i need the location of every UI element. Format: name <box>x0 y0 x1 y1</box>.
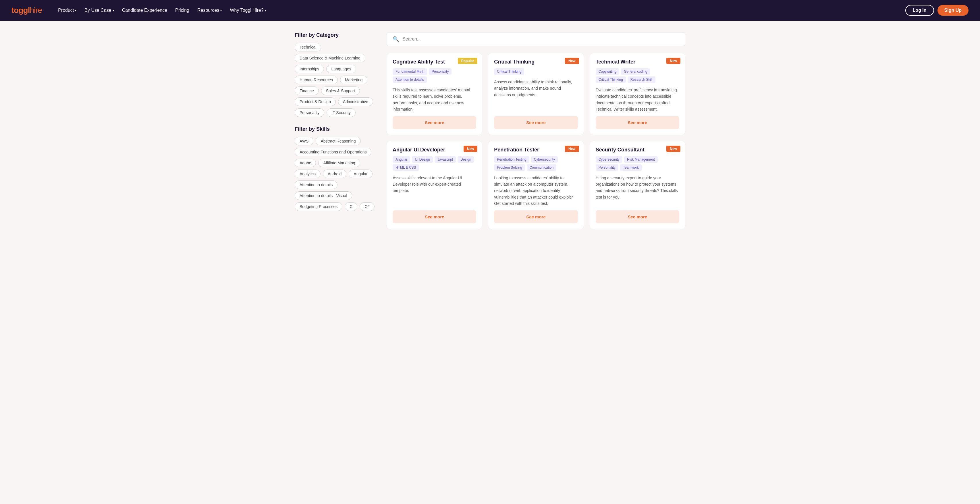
category-tag[interactable]: IT Security <box>326 108 356 117</box>
card-tags: Critical Thinking <box>494 69 578 75</box>
card-tags: CybersecurityRisk ManagementPersonalityT… <box>596 156 679 171</box>
card-tag: Personality <box>429 69 452 75</box>
category-tag[interactable]: Personality <box>295 108 324 117</box>
card-tag: General coding <box>621 69 650 75</box>
card-footer: See more <box>590 211 685 229</box>
card-tag: Risk Management <box>624 156 658 163</box>
skill-tag[interactable]: Affiliate Marketing <box>318 159 360 167</box>
see-more-button[interactable]: See more <box>596 211 679 223</box>
card-description: Looking to assess candidates' ability to… <box>494 175 578 207</box>
card-tag: Javascript <box>434 156 456 163</box>
category-tag[interactable]: Finance <box>295 86 319 95</box>
card-tag: Fundamental Math <box>393 69 427 75</box>
card-body: Popular Cognitive Ability Test Fundament… <box>387 53 482 116</box>
sidebar: Filter by Category TechnicalData Science… <box>295 32 375 229</box>
logo-toggl: toggl <box>11 6 30 15</box>
nav-resources[interactable]: Resources ▾ <box>197 8 222 13</box>
category-tag[interactable]: Sales & Support <box>321 86 360 95</box>
chevron-down-icon: ▾ <box>220 9 222 12</box>
skill-tag[interactable]: C <box>345 202 357 211</box>
skill-tag[interactable]: Analytics <box>295 169 321 178</box>
card-tag: Penetration Testing <box>494 156 529 163</box>
nav-links: Product ▾ By Use Case ▾ Candidate Experi… <box>58 8 896 13</box>
search-icon: 🔍 <box>393 36 399 42</box>
card-footer: See more <box>387 116 482 135</box>
card-badge: New <box>464 146 478 152</box>
card-tag: Critical Thinking <box>494 69 524 75</box>
card-tag: Design <box>458 156 474 163</box>
signup-button[interactable]: Sign Up <box>937 5 969 16</box>
chevron-down-icon: ▾ <box>75 9 76 12</box>
skill-tag[interactable]: Attention to details - Visual <box>295 191 352 200</box>
skill-tag[interactable]: Angular <box>349 169 372 178</box>
category-tag[interactable]: Technical <box>295 43 321 51</box>
card-description: Hiring a security expert to guide your o… <box>596 175 679 201</box>
nav-candidate-experience[interactable]: Candidate Experience <box>122 8 167 13</box>
category-tag[interactable]: Product & Design <box>295 97 336 106</box>
card-badge: New <box>565 146 579 152</box>
category-tag[interactable]: Administrative <box>338 97 373 106</box>
category-tag[interactable]: Human Resources <box>295 76 338 84</box>
page-layout: Filter by Category TechnicalData Science… <box>289 21 691 241</box>
card-badge: New <box>667 58 681 64</box>
card-footer: See more <box>590 116 685 135</box>
filter-by-category: Filter by Category TechnicalData Science… <box>295 32 375 117</box>
skill-tag[interactable]: C# <box>360 202 374 211</box>
see-more-button[interactable]: See more <box>596 116 679 129</box>
card-description: This skills test assesses candidates' me… <box>393 87 476 113</box>
card-badge: Popular <box>458 58 478 64</box>
card-footer: See more <box>488 116 583 135</box>
nav-pricing[interactable]: Pricing <box>175 8 189 13</box>
nav-by-use-case[interactable]: By Use Case ▾ <box>84 8 114 13</box>
nav-actions: Log In Sign Up <box>905 5 969 16</box>
skills-tag-group: AWSAbstract ReasoningAccounting Function… <box>295 137 375 212</box>
card-penetration-tester: New Penetration Tester Penetration Testi… <box>488 141 584 229</box>
skill-tag[interactable]: Budgeting Processes <box>295 202 342 211</box>
card-tag: Communication <box>527 164 556 171</box>
navbar: toggl hire Product ▾ By Use Case ▾ Candi… <box>0 0 980 21</box>
card-tags: Penetration TestingCybersecurityProblem … <box>494 156 578 171</box>
skill-tag[interactable]: Abstract Reasoning <box>316 137 361 145</box>
search-input[interactable] <box>402 37 679 41</box>
category-tag[interactable]: Internships <box>295 65 324 73</box>
card-description: Assess candidates' ability to think rati… <box>494 79 578 98</box>
category-tag[interactable]: Marketing <box>340 76 368 84</box>
card-tag: Personality <box>596 164 618 171</box>
chevron-down-icon: ▾ <box>265 9 266 12</box>
see-more-button[interactable]: See more <box>494 211 578 223</box>
category-tag[interactable]: Languages <box>326 65 356 73</box>
see-more-button[interactable]: See more <box>494 116 578 129</box>
logo-hire: hire <box>30 6 42 15</box>
skill-tag[interactable]: Accounting Functions and Operations <box>295 148 371 156</box>
see-more-button[interactable]: See more <box>393 211 476 223</box>
card-tag: Research Skill <box>628 77 655 83</box>
nav-why-toggl[interactable]: Why Toggl Hire? ▾ <box>230 8 266 13</box>
card-tag: Cybersecurity <box>531 156 558 163</box>
skill-tag[interactable]: Android <box>323 169 347 178</box>
skill-tag[interactable]: Attention to details <box>295 180 337 189</box>
filter-skills-title: Filter by Skills <box>295 126 375 132</box>
category-tag[interactable]: Data Science & Machine Learning <box>295 54 365 62</box>
skills-container[interactable]: AWSAbstract ReasoningAccounting Function… <box>295 137 375 212</box>
card-cognitive-ability: Popular Cognitive Ability Test Fundament… <box>387 53 482 135</box>
card-critical-thinking: New Critical Thinking Critical Thinking … <box>488 53 584 135</box>
card-body: New Critical Thinking Critical Thinking … <box>488 53 583 116</box>
chevron-down-icon: ▾ <box>113 9 114 12</box>
card-tags: Fundamental MathPersonalityAttention to … <box>393 69 476 83</box>
card-description: Evaluate candidates' proficiency in tran… <box>596 87 679 113</box>
nav-product[interactable]: Product ▾ <box>58 8 76 13</box>
login-button[interactable]: Log In <box>905 5 934 16</box>
skill-tag[interactable]: AWS <box>295 137 313 145</box>
skill-tag[interactable]: Adobe <box>295 159 316 167</box>
see-more-button[interactable]: See more <box>393 116 476 129</box>
logo[interactable]: toggl hire <box>11 6 42 15</box>
search-bar: 🔍 <box>387 32 685 46</box>
card-footer: See more <box>488 211 583 229</box>
card-tag: Cybersecurity <box>596 156 622 163</box>
card-body: New Technical Writer CopywritingGeneral … <box>590 53 685 116</box>
card-tag: Copywriting <box>596 69 619 75</box>
card-tag: HTML & CSS <box>393 164 419 171</box>
card-technical-writer: New Technical Writer CopywritingGeneral … <box>590 53 685 135</box>
card-badge: New <box>565 58 579 64</box>
card-description: Assess skills relevant to the Angular UI… <box>393 175 476 194</box>
